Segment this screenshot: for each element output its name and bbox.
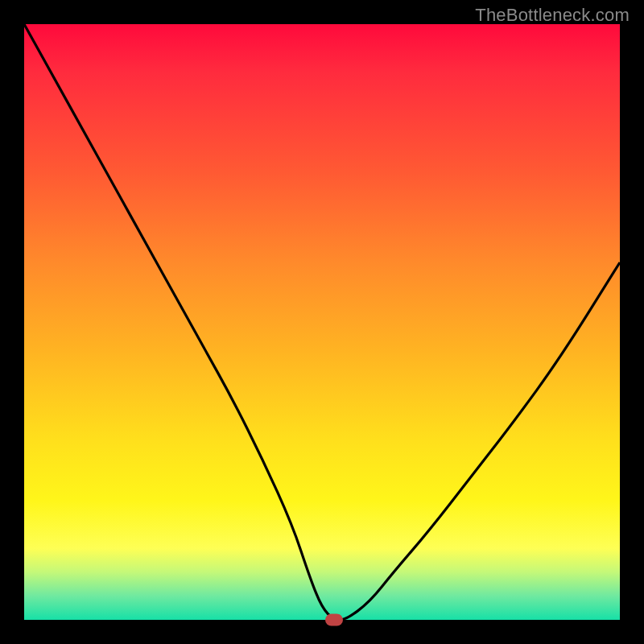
watermark-text: TheBottleneck.com — [475, 5, 630, 26]
optimum-marker — [325, 614, 343, 626]
curve-path — [24, 24, 620, 620]
bottleneck-curve — [24, 24, 620, 620]
plot-area — [24, 24, 620, 620]
chart-frame: TheBottleneck.com — [0, 0, 644, 644]
